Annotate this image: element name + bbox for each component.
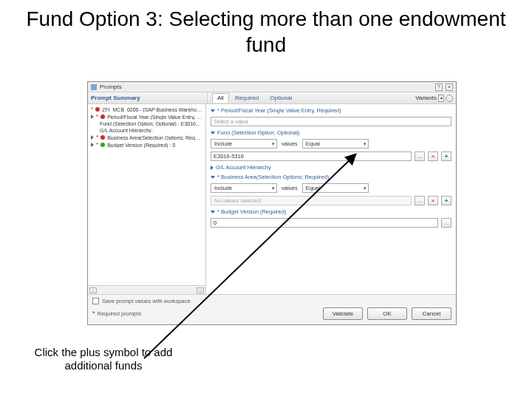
section-ba-label: * Business Area(Selection Options; Requi…: [217, 174, 329, 180]
status-dot-green-icon: [100, 143, 105, 147]
remove-value-button[interactable]: ×: [428, 151, 438, 161]
ba-values-label: values: [282, 185, 298, 191]
dialog-footer: Save prompt values with workspace * Requ…: [88, 294, 456, 324]
slide-title: Fund Option 3: Selecting more than one e…: [0, 0, 532, 64]
ba-value-placeholder[interactable]: No values selected: [211, 196, 412, 205]
required-star-icon: *: [96, 134, 98, 140]
bv-value-input[interactable]: 0: [211, 218, 438, 228]
bv-value-row: 0 …: [211, 218, 451, 228]
ok-button[interactable]: OK: [367, 307, 407, 320]
section-bv: * Budget Version (Required): [211, 208, 451, 215]
required-star-icon: *: [91, 106, 93, 112]
list-item[interactable]: * Budget Version (Required) : 0: [89, 141, 204, 149]
scroll-right-arrow-icon[interactable]: ›: [197, 287, 204, 293]
chevron-right-icon: [211, 166, 214, 170]
section-period-label: * Period/Fiscal Year (Single Value Entry…: [217, 107, 341, 114]
button-row: Validate OK Cancel: [323, 307, 451, 320]
variants-label: Variants: [415, 95, 437, 101]
section-period: * Period/Fiscal Year (Single Value Entry…: [211, 107, 451, 114]
close-button[interactable]: ×: [446, 83, 453, 91]
status-dot-red-icon: [100, 115, 105, 119]
list-item[interactable]: * ZFI_MCB_0200 - [SAP Business Warehouse…: [89, 106, 204, 113]
ba-include-select[interactable]: Include: [211, 183, 277, 193]
main-area: * ZFI_MCB_0200 - [SAP Business Warehouse…: [88, 104, 456, 294]
variants-control[interactable]: Variants ▾: [415, 95, 453, 102]
ba-value-row: No values selected … × +: [211, 196, 451, 205]
ba-operator-select[interactable]: Equal: [302, 183, 369, 193]
list-item-label: Business Area(Selection Options; Require…: [107, 135, 202, 140]
expand-icon: [91, 115, 94, 119]
list-item-label: Fund (Selection Option; Optional) : E301…: [100, 121, 202, 126]
section-gl-label: G/L Account Hierarchy: [216, 164, 271, 171]
expand-icon: [91, 143, 94, 147]
section-gl: G/L Account Hierarchy: [211, 164, 451, 171]
gear-icon: [446, 95, 453, 102]
required-star-icon: *: [92, 310, 95, 317]
lookup-button[interactable]: …: [415, 151, 425, 161]
section-fund-label: Fund (Selection Option; Optional): [217, 129, 299, 136]
fund-values-label: values: [282, 140, 298, 147]
chevron-down-icon: [211, 211, 215, 214]
required-note-label: Required prompts: [98, 310, 142, 317]
chevron-down-icon: [211, 132, 215, 134]
add-value-button[interactable]: +: [441, 196, 451, 205]
app-icon: [91, 84, 97, 90]
ba-filter-row: Include values Equal: [211, 183, 451, 193]
required-star-icon: *: [96, 114, 98, 120]
required-note: * Required prompts: [92, 310, 141, 317]
chevron-down-icon: ▾: [438, 95, 444, 102]
prompt-detail-panel: * Period/Fiscal Year (Single Value Entry…: [206, 104, 456, 294]
horizontal-scrollbar[interactable]: ‹ ›: [88, 285, 205, 294]
add-value-button[interactable]: +: [441, 151, 451, 161]
list-item-label: Period/Fiscal Year (Single Value Entry, …: [107, 115, 202, 120]
save-prompt-label: Save prompt values with workspace: [102, 298, 191, 304]
list-item-label: ZFI_MCB_0200 - [SAP Business Warehouse]: [102, 107, 202, 112]
tab-required[interactable]: Required: [230, 93, 264, 103]
section-bv-label: * Budget Version (Required): [217, 208, 286, 215]
titlebar: Prompts ? ×: [88, 82, 456, 92]
save-prompt-checkbox-row[interactable]: Save prompt values with workspace: [92, 298, 451, 304]
lookup-button[interactable]: …: [415, 196, 425, 205]
fund-value-input[interactable]: E3016-5316: [211, 151, 412, 161]
scroll-track[interactable]: [98, 287, 195, 293]
fund-operator-select[interactable]: Equal: [302, 139, 369, 149]
toolbar: Prompt Summary All Required Optional Var…: [88, 92, 456, 104]
chevron-down-icon: [211, 176, 215, 179]
section-fund: Fund (Selection Option; Optional): [211, 129, 451, 136]
tab-all[interactable]: All: [212, 93, 229, 103]
prompt-list: * ZFI_MCB_0200 - [SAP Business Warehouse…: [88, 104, 205, 285]
prompt-summary-label: Prompt Summary: [91, 92, 208, 103]
list-item[interactable]: G/L Account Hierarchy :: [89, 127, 204, 134]
fund-filter-row: Include values Equal: [211, 139, 451, 149]
fund-value-row: E3016-5316 … × +: [211, 151, 451, 161]
slide-caption: Click the plus symbol to add additional …: [30, 346, 177, 372]
scroll-left-arrow-icon[interactable]: ‹: [89, 287, 97, 293]
expand-icon: [91, 135, 94, 140]
help-button[interactable]: ?: [435, 83, 443, 91]
lookup-button[interactable]: …: [441, 218, 451, 228]
list-item-label: Budget Version (Required) : 0: [107, 143, 175, 148]
list-item[interactable]: * Period/Fiscal Year (Single Value Entry…: [89, 113, 204, 120]
filter-tabs: All Required Optional: [212, 93, 297, 103]
chevron-down-icon: [211, 109, 215, 112]
remove-value-button[interactable]: ×: [428, 196, 438, 205]
list-item-label: G/L Account Hierarchy :: [100, 128, 154, 133]
window-title: Prompts: [100, 83, 432, 90]
required-star-icon: *: [96, 142, 98, 148]
prompts-dialog: Prompts ? × Prompt Summary All Required …: [87, 81, 457, 325]
validate-button[interactable]: Validate: [323, 307, 363, 320]
status-dot-red-icon: [100, 135, 105, 140]
status-dot-red-icon: [95, 107, 100, 112]
fund-include-select[interactable]: Include: [211, 139, 277, 149]
tab-optional[interactable]: Optional: [265, 93, 297, 103]
list-item[interactable]: * Business Area(Selection Options; Requi…: [89, 134, 204, 141]
prompt-list-panel: * ZFI_MCB_0200 - [SAP Business Warehouse…: [88, 104, 206, 294]
section-ba: * Business Area(Selection Options; Requi…: [211, 174, 451, 180]
period-input[interactable]: Select a value: [211, 117, 451, 126]
cancel-button[interactable]: Cancel: [412, 307, 451, 320]
checkbox-icon[interactable]: [92, 298, 99, 304]
list-item[interactable]: Fund (Selection Option; Optional) : E301…: [89, 120, 204, 127]
